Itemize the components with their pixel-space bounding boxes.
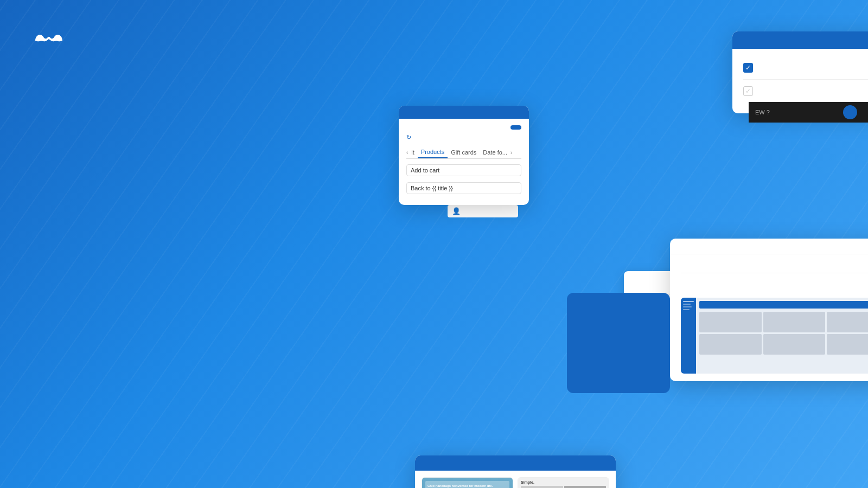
tab-products[interactable]: Products <box>418 146 448 158</box>
logo-area <box>33 27 320 52</box>
add-to-cart-input[interactable] <box>406 164 521 176</box>
theme-item-simple[interactable]: Simple. Simple AMP 5.3.5 <box>518 477 609 488</box>
tab-gift-cards[interactable]: Gift cards <box>448 147 480 158</box>
left-panel <box>0 0 353 488</box>
nav-ew-text: EW ? <box>755 109 770 115</box>
lang-editor-header <box>399 106 529 119</box>
keep-amp-header <box>732 31 868 49</box>
tab-arrow-right[interactable]: › <box>510 150 512 156</box>
card-theme-explorer: Chic handbags reinvented for modern life… <box>415 455 616 488</box>
mustache-icon <box>33 27 65 52</box>
card-amp-themes: ▾ <box>670 239 868 381</box>
products-check[interactable]: ✓ <box>743 63 753 73</box>
theme-explorer-header <box>415 455 616 471</box>
tab-it[interactable]: it <box>408 147 418 158</box>
save-button[interactable] <box>510 125 521 130</box>
card-keep-amp: ✓ ✓ <box>732 31 868 113</box>
debut-thumb: Chic handbags reinvented for modern life… <box>422 478 513 488</box>
sidebar-account[interactable]: 👤 <box>448 205 518 217</box>
account-icon: 👤 <box>452 207 461 215</box>
simple-thumb: Simple. <box>518 478 609 488</box>
language-tabs: ‹ it Products Gift cards Date fo... › <box>406 146 521 159</box>
shopify-nav-bar: EW ? <box>749 102 868 123</box>
user-avatar[interactable] <box>843 105 857 119</box>
amp-score-badge <box>567 293 670 393</box>
theme-preview-debut: All products Chic bag modern life limite… <box>681 298 868 374</box>
collections-check[interactable]: ✓ <box>743 86 753 96</box>
change-theme-language[interactable]: ↻ <box>406 134 521 141</box>
card-language-editor: ↻ ‹ it Products Gift cards Date fo... › <box>399 106 529 205</box>
tab-date-for[interactable]: Date fo... <box>480 147 510 158</box>
back-to-collection-input[interactable] <box>406 182 521 194</box>
theme-grid: Chic handbags reinvented for modern life… <box>422 477 609 488</box>
divider <box>743 79 868 80</box>
theme-item-debut[interactable]: Chic handbags reinvented for modern life… <box>422 477 513 488</box>
